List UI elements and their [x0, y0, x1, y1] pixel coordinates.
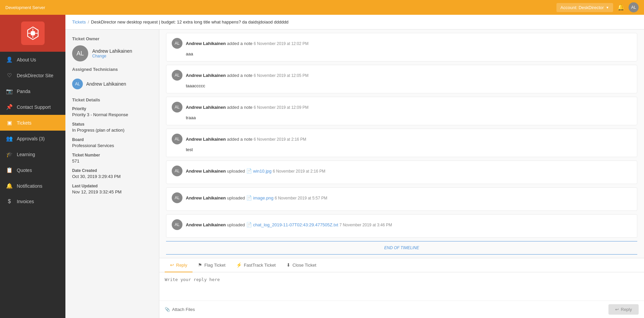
date-created-label: Date Created: [72, 168, 152, 173]
sidebar-item-label: Contact Support: [17, 104, 51, 110]
timeline-body: taaaccccc: [186, 83, 632, 88]
timeline-author: Andrew Lahikainen: [186, 222, 226, 227]
timeline-meta: Andrew Lahikainen added a note 6 Novembe…: [186, 73, 309, 78]
timeline-action: added a note: [227, 105, 254, 110]
timeline-meta: Andrew Lahikainen uploaded 📄 chat_log_20…: [186, 222, 392, 227]
account-button[interactable]: Account: DeskDirector ▼: [556, 3, 613, 12]
tab-fasttrack[interactable]: ⚡ FastTrack Ticket: [231, 258, 281, 272]
owner-change-link[interactable]: Change: [92, 54, 132, 58]
sidebar-item-label: About Us: [17, 57, 36, 62]
timeline-entry: AL Andrew Lahikainen uploaded 📄 chat_log…: [166, 214, 637, 238]
deskdirector-site-icon: ♡: [6, 72, 13, 79]
timeline-time: 6 November 2019 at 2:16 PM: [273, 169, 325, 174]
reply-area: ↩ Reply ⚑ Flag Ticket ⚡ FastTrack Ticket: [159, 258, 644, 318]
timeline-entry: AL Andrew Lahikainen added a note 6 Nove…: [166, 33, 637, 61]
sidebar-item-label: Approvals (3): [17, 136, 45, 141]
file-icon: 📄: [246, 222, 252, 227]
sidebar-item-notifications[interactable]: 🔔 Notifications: [0, 178, 65, 194]
timeline-action: added a note: [227, 73, 254, 78]
last-updated-field: Last Updated Nov 12, 2019 3:32:45 PM: [72, 184, 152, 194]
last-updated-value: Nov 12, 2019 3:32:45 PM: [72, 189, 152, 194]
sidebar-logo: [0, 15, 65, 52]
timeline-meta: Andrew Lahikainen added a note 6 Novembe…: [186, 105, 309, 110]
priority-value: Priority 3 - Normal Response: [72, 112, 152, 117]
timeline-avatar: AL: [172, 166, 182, 176]
timeline-panel: AL Andrew Lahikainen added a note 6 Nove…: [159, 30, 644, 318]
reply-textarea[interactable]: [159, 272, 644, 299]
ticket-number-field: Ticket Number 571: [72, 153, 152, 164]
sidebar-item-quotes[interactable]: 📋 Quotes: [0, 162, 65, 178]
timeline-entry: AL Andrew Lahikainen added a note 6 Nove…: [166, 65, 637, 93]
date-created-value: Oct 30, 2019 3:29:43 PM: [72, 174, 152, 179]
sidebar-item-approvals[interactable]: 👥 Approvals (3): [0, 131, 65, 146]
sidebar-item-deskdirector-site[interactable]: ♡ DeskDirector Site: [0, 67, 65, 83]
filename: chat_log_2019-11-07T02:43:29.477505Z.txt: [253, 222, 338, 227]
flag-tab-icon: ⚑: [198, 262, 202, 268]
sidebar-item-invoices[interactable]: $ Invoices: [0, 194, 65, 209]
sidebar-item-tickets[interactable]: ▣ Tickets: [0, 115, 65, 131]
timeline-scroll: AL Andrew Lahikainen added a note 6 Nove…: [159, 30, 644, 258]
timeline-action: added a note: [227, 137, 254, 142]
timeline-time: 6 November 2019 at 12:05 PM: [254, 73, 308, 78]
timeline-author: Andrew Lahikainen: [186, 41, 226, 46]
file-link[interactable]: 📄 win10.jpg: [246, 169, 273, 174]
learning-icon: 🎓: [6, 151, 13, 157]
sidebar-item-contact-support[interactable]: 📌 Contact Support: [0, 99, 65, 115]
server-name: Development Server: [5, 5, 45, 10]
topbar: Development Server Account: DeskDirector…: [0, 0, 644, 15]
timeline-action: added a note: [227, 41, 254, 46]
sidebar-item-label: Invoices: [17, 199, 34, 204]
panda-icon: 📷: [6, 88, 13, 94]
invoices-icon: $: [6, 198, 13, 205]
tab-flag-ticket[interactable]: ⚑ Flag Ticket: [193, 258, 231, 272]
send-reply-button[interactable]: ↩ Reply: [608, 304, 639, 315]
tab-close-ticket[interactable]: ⬇ Close Ticket: [281, 258, 322, 272]
status-value: In Progress (plan of action): [72, 128, 152, 133]
sidebar-item-learning[interactable]: 🎓 Learning: [0, 146, 65, 162]
contact-support-icon: 📌: [6, 104, 13, 110]
reply-tab-label: Reply: [176, 263, 187, 268]
topbar-right: Account: DeskDirector ▼ 🔔 AL: [556, 2, 639, 12]
timeline-avatar: AL: [172, 192, 182, 203]
timeline-entry: AL Andrew Lahikainen added a note 6 Nove…: [166, 97, 637, 125]
timeline-action: uploaded: [227, 195, 246, 200]
timeline-time: 6 November 2019 at 12:09 PM: [254, 105, 308, 110]
board-label: Board: [72, 137, 152, 142]
ticket-number-value: 571: [72, 158, 152, 164]
reply-send-icon: ↩: [615, 307, 619, 312]
notifications-bell-icon[interactable]: 🔔: [617, 4, 625, 11]
attach-files-button[interactable]: 📎 Attach Files: [165, 307, 195, 312]
timeline-author: Andrew Lahikainen: [186, 169, 226, 174]
timeline-time: 7 November 2019 at 3:46 PM: [339, 223, 392, 227]
status-field: Status In Progress (plan of action): [72, 122, 152, 133]
flag-tab-label: Flag Ticket: [204, 263, 225, 268]
end-of-timeline: END OF TIMELINE: [166, 241, 637, 255]
sidebar-item-panda[interactable]: 📷 Panda: [0, 83, 65, 99]
owner-avatar: AL: [72, 45, 88, 61]
file-link[interactable]: 📄 chat_log_2019-11-07T02:43:29.477505Z.t…: [246, 222, 339, 227]
timeline-body: test: [186, 147, 632, 152]
timeline-action: uploaded: [227, 169, 246, 174]
timeline-time: 6 November 2019 at 12:02 PM: [254, 41, 308, 46]
details-section-title: Ticket Details: [72, 97, 152, 102]
breadcrumb-current: DeskDirector new desktop request | budge…: [91, 19, 288, 25]
breadcrumb-tickets-link[interactable]: Tickets: [72, 19, 86, 25]
last-updated-label: Last Updated: [72, 184, 152, 188]
file-link[interactable]: 📄 image.png: [246, 195, 275, 200]
logo-icon: [21, 21, 45, 45]
sidebar-item-label: DeskDirector Site: [17, 73, 53, 78]
assigned-technician: AL Andrew Lahikainen: [72, 76, 152, 92]
tab-reply[interactable]: ↩ Reply: [165, 258, 193, 272]
board-field: Board Professional Services: [72, 137, 152, 148]
timeline-avatar: AL: [172, 102, 182, 112]
date-created-field: Date Created Oct 30, 2019 3:29:43 PM: [72, 168, 152, 179]
sidebar-item-about-us[interactable]: 👤 About Us: [0, 52, 65, 67]
send-reply-label: Reply: [621, 307, 632, 312]
timeline-meta: Andrew Lahikainen uploaded 📄 image.png 6…: [186, 195, 327, 200]
svg-rect-0: [31, 31, 35, 36]
assigned-section-title: Assigned Technicians: [72, 67, 152, 72]
sidebar-item-label: Learning: [17, 152, 35, 157]
close-tab-icon: ⬇: [286, 262, 290, 268]
breadcrumb: Tickets / DeskDirector new desktop reque…: [65, 15, 644, 30]
user-avatar[interactable]: AL: [629, 2, 639, 12]
